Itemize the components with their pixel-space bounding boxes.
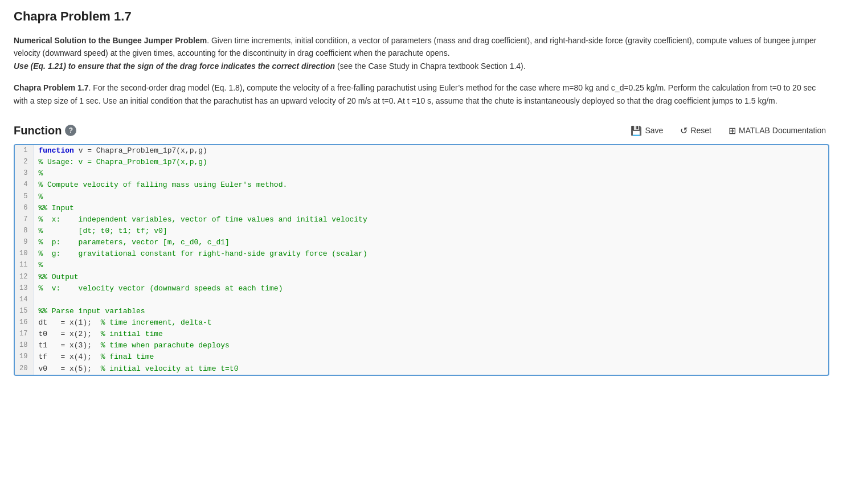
table-row: 17t0 = x(2); % initial time (15, 329, 828, 340)
code-editor[interactable]: 1function v = Chapra_Problem_1p7(x,p,g)2… (14, 144, 829, 376)
line-number: 10 (15, 248, 34, 260)
line-code: % p: parameters, vector [m, c_d0, c_d1] (34, 237, 828, 248)
matlab-doc-button[interactable]: ⊞ MATLAB Documentation (725, 123, 829, 138)
line-code: % g: gravitational constant for right-ha… (34, 248, 828, 260)
line-number: 18 (15, 340, 34, 351)
line-number: 1 (15, 145, 34, 157)
line-code (34, 294, 828, 306)
table-row: 10% g: gravitational constant for right-… (15, 248, 828, 260)
table-row: 2% Usage: v = Chapra_Problem_1p7(x,p,g) (15, 157, 828, 168)
description-block-1: Numerical Solution to the Bungee Jumper … (14, 34, 829, 72)
table-row: 4% Compute velocity of falling mass usin… (15, 179, 828, 191)
line-code: t1 = x(3); % time when parachute deploys (34, 340, 828, 351)
line-code: % (34, 168, 828, 179)
line-code: % (34, 260, 828, 271)
table-row: 6%% Input (15, 203, 828, 214)
table-row: 15%% Parse input variables (15, 306, 828, 317)
table-row: 19tf = x(4); % final time (15, 351, 828, 363)
description-block-2: Chapra Problem 1.7. For the second-order… (14, 81, 829, 107)
line-number: 20 (15, 363, 34, 375)
save-button[interactable]: 💾 Save (627, 123, 666, 138)
line-number: 9 (15, 237, 34, 248)
line-number: 6 (15, 203, 34, 214)
reset-button[interactable]: ↺ Reset (677, 123, 715, 138)
line-code: t0 = x(2); % initial time (34, 329, 828, 340)
line-number: 16 (15, 317, 34, 329)
reset-icon: ↺ (680, 125, 688, 136)
line-code: %% Output (34, 272, 828, 283)
section-title-text: Function (14, 124, 62, 137)
table-row: 1function v = Chapra_Problem_1p7(x,p,g) (15, 145, 828, 157)
line-number: 3 (15, 168, 34, 179)
table-row: 9% p: parameters, vector [m, c_d0, c_d1] (15, 237, 828, 248)
table-row: 20v0 = x(5); % initial velocity at time … (15, 363, 828, 375)
table-row: 14 (15, 294, 828, 306)
line-code: % x: independent variables, vector of ti… (34, 214, 828, 226)
line-code: %% Parse input variables (34, 306, 828, 317)
line-code: v0 = x(5); % initial velocity at time t=… (34, 363, 828, 375)
line-code: dt = x(1); % time increment, delta-t (34, 317, 828, 329)
line-number: 12 (15, 272, 34, 283)
line-number: 15 (15, 306, 34, 317)
line-code: % v: velocity vector (downward speeds at… (34, 283, 828, 294)
section-header: Function ? 💾 Save ↺ Reset ⊞ MATLAB Docum… (14, 123, 829, 138)
table-row: 18t1 = x(3); % time when parachute deplo… (15, 340, 828, 351)
matlab-doc-label: MATLAB Documentation (739, 126, 826, 135)
table-row: 7% x: independent variables, vector of t… (15, 214, 828, 226)
line-number: 19 (15, 351, 34, 363)
line-number: 2 (15, 157, 34, 168)
reset-label: Reset (690, 126, 711, 135)
table-row: 16dt = x(1); % time increment, delta-t (15, 317, 828, 329)
save-label: Save (645, 126, 663, 135)
line-number: 7 (15, 214, 34, 226)
desc1-italic: Use (Eq. 1.21) to ensure that the sign o… (14, 62, 335, 71)
line-code: % (34, 191, 828, 203)
line-code: % Usage: v = Chapra_Problem_1p7(x,p,g) (34, 157, 828, 168)
page-title: Chapra Problem 1.7 (14, 9, 829, 24)
desc1-italic-end: (see the Case Study in Chapra textbook S… (335, 62, 526, 71)
line-number: 8 (15, 226, 34, 237)
line-number: 11 (15, 260, 34, 271)
line-code: tf = x(4); % final time (34, 351, 828, 363)
line-number: 14 (15, 294, 34, 306)
line-code: %% Input (34, 203, 828, 214)
toolbar-buttons: 💾 Save ↺ Reset ⊞ MATLAB Documentation (627, 123, 829, 138)
table-row: 11% (15, 260, 828, 271)
table-row: 12%% Output (15, 272, 828, 283)
line-code: % Compute velocity of falling mass using… (34, 179, 828, 191)
help-icon[interactable]: ? (65, 125, 76, 136)
line-code: % [dt; t0; t1; tf; v0] (34, 226, 828, 237)
table-row: 13% v: velocity vector (downward speeds … (15, 283, 828, 294)
page-container: Chapra Problem 1.7 Numerical Solution to… (0, 0, 843, 385)
line-number: 4 (15, 179, 34, 191)
line-number: 17 (15, 329, 34, 340)
save-icon: 💾 (631, 125, 642, 136)
line-number: 13 (15, 283, 34, 294)
desc1-bold: Numerical Solution to the Bungee Jumper … (14, 36, 207, 45)
line-number: 5 (15, 191, 34, 203)
matlab-doc-icon: ⊞ (729, 125, 736, 136)
table-row: 3% (15, 168, 828, 179)
line-code: function v = Chapra_Problem_1p7(x,p,g) (34, 145, 828, 157)
table-row: 8% [dt; t0; t1; tf; v0] (15, 226, 828, 237)
section-title: Function ? (14, 124, 76, 137)
table-row: 5% (15, 191, 828, 203)
desc2-bold: Chapra Problem 1.7 (14, 83, 89, 92)
code-table: 1function v = Chapra_Problem_1p7(x,p,g)2… (15, 145, 828, 375)
desc2-text: . For the second-order drag model (Eq. 1… (14, 83, 816, 105)
